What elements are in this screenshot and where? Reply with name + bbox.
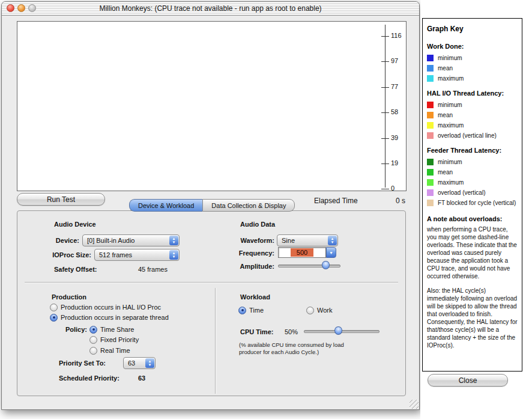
tab-data-collection-display[interactable]: Data Collection & Display xyxy=(202,199,295,212)
legend-item: mean xyxy=(427,111,518,118)
y-axis-tick-label: 19 xyxy=(391,159,407,167)
window-title: Million Monkeys: (CPU trace not availabl… xyxy=(2,4,419,13)
frequency-label: Frequency: xyxy=(226,249,274,257)
waveform-label: Waveform: xyxy=(226,237,274,244)
amplitude-slider[interactable] xyxy=(278,260,340,270)
run-test-button[interactable]: Run Test xyxy=(17,193,105,206)
scheduled-priority-value: 63 xyxy=(138,375,145,382)
y-axis-tick xyxy=(381,36,389,37)
radio-icon xyxy=(306,307,314,314)
radio-policy-time-share[interactable]: Time Share xyxy=(89,325,134,334)
legend-item: maximum xyxy=(427,75,518,82)
device-popup[interactable]: [0] Built-in Audio ▲▼ xyxy=(82,234,180,246)
device-workload-pane: Audio Device Device: [0] Built-in Audio … xyxy=(17,210,406,396)
y-axis-tick-label: 97 xyxy=(391,57,407,64)
radio-icon xyxy=(89,336,97,344)
graph-key-box: Graph Key Work Done: minimum mean maximu… xyxy=(422,18,522,372)
radio-production-hal-ioproc[interactable]: Production occurs in HAL I/O Proc xyxy=(50,303,161,311)
legend-swatch xyxy=(427,102,434,108)
legend-item: overload (vertical line) xyxy=(427,132,518,139)
legend-item: minimum xyxy=(427,158,518,165)
device-label: Device: xyxy=(31,237,79,244)
legend-swatch xyxy=(427,122,434,129)
radio-selected-icon xyxy=(89,326,97,334)
resize-grip[interactable] xyxy=(410,400,419,409)
radio-policy-fixed-priority[interactable]: Fixed Priority xyxy=(89,335,139,344)
legend-swatch xyxy=(427,75,434,82)
policy-label: Policy: xyxy=(39,326,87,333)
legend-item: maximum xyxy=(427,121,518,129)
y-axis-tick-label: 58 xyxy=(391,108,407,115)
legend-swatch xyxy=(427,189,434,196)
legend-swatch xyxy=(427,65,434,72)
close-button[interactable]: Close xyxy=(428,374,508,387)
cpu-time-caption: (% available CPU time consumed by load p… xyxy=(239,341,362,356)
scheduled-priority-label: Scheduled Priority: xyxy=(59,375,119,382)
frequency-dropdown-button[interactable]: ▼ xyxy=(326,247,336,258)
radio-production-separate-thread[interactable]: Production occurs in separate thread xyxy=(50,313,169,322)
legend-swatch xyxy=(427,169,434,176)
overloads-note-paragraph: when performing a CPU trace, you may get… xyxy=(427,225,518,280)
cpu-time-label: CPU Time: xyxy=(240,328,273,335)
y-axis-tick xyxy=(381,164,389,164)
section-divider xyxy=(25,282,398,283)
ioproc-size-popup[interactable]: 512 frames ▲▼ xyxy=(94,249,180,261)
chevron-down-icon: ▼ xyxy=(329,251,333,255)
cpu-time-slider-thumb[interactable] xyxy=(334,326,342,335)
y-axis-tick-label: 116 xyxy=(391,32,407,39)
graph-key-window: Graph Key Work Done: minimum mean maximu… xyxy=(420,0,532,419)
y-axis-tick xyxy=(381,138,389,139)
legend-item: maximum xyxy=(427,179,518,186)
radio-workload-work[interactable]: Work xyxy=(306,306,332,314)
legend-swatch xyxy=(427,200,434,206)
graph-key-title: Graph Key xyxy=(427,25,518,33)
safety-offset-value: 45 frames xyxy=(138,266,168,273)
y-axis-tick xyxy=(381,61,389,62)
workload-title: Workload xyxy=(240,293,270,301)
radio-policy-real-time[interactable]: Real Time xyxy=(89,346,130,355)
priority-popup[interactable]: 63 ▲▼ xyxy=(123,357,156,369)
legend-item: mean xyxy=(427,64,518,72)
titlebar[interactable]: Million Monkeys: (CPU trace not availabl… xyxy=(2,2,419,16)
y-axis-tick xyxy=(381,87,389,88)
legend-section-title: Work Done: xyxy=(427,43,518,50)
legend-item: overload (vertical) xyxy=(427,189,518,196)
legend-swatch xyxy=(427,112,434,118)
legend-section-title: Feeder Thread Latency: xyxy=(427,147,518,154)
legend-section-title: HAL I/O Thread Latency: xyxy=(427,90,518,97)
amplitude-slider-thumb[interactable] xyxy=(322,261,330,269)
waveform-popup[interactable]: Sine ▲▼ xyxy=(277,234,338,246)
tab-device-workload[interactable]: Device & Workload xyxy=(129,199,202,212)
tab-bar: Device & Workload Data Collection & Disp… xyxy=(129,199,295,212)
frequency-field[interactable]: 500 xyxy=(278,247,326,258)
graph-plot-area: 116 97 77 58 39 19 0 xyxy=(17,21,407,191)
frequency-selected-value: 500 xyxy=(291,248,313,257)
radio-selected-icon xyxy=(50,314,58,322)
y-axis-tick xyxy=(381,189,389,189)
legend-swatch xyxy=(427,132,434,139)
radio-icon xyxy=(89,347,97,355)
legend-item: minimum xyxy=(427,54,518,61)
y-axis-tick xyxy=(381,112,389,113)
legend-swatch xyxy=(427,159,434,165)
elapsed-time-label: Elapsed Time xyxy=(314,197,358,205)
amplitude-label: Amplitude: xyxy=(226,263,274,270)
safety-offset-label: Safety Offset: xyxy=(54,266,97,273)
production-title: Production xyxy=(52,293,86,301)
y-axis-tick-label: 77 xyxy=(391,83,407,90)
cpu-time-slider[interactable] xyxy=(304,326,379,335)
popup-arrows-icon: ▲▼ xyxy=(169,250,178,260)
elapsed-time-value: 0 s xyxy=(362,197,405,205)
popup-arrows-icon: ▲▼ xyxy=(169,236,178,245)
cpu-time-value: 50% xyxy=(285,328,298,335)
radio-icon xyxy=(50,304,58,311)
overloads-note-title: A note about overloads: xyxy=(427,215,518,222)
overloads-note-paragraph: Also: the HAL cycle(s) immediately follo… xyxy=(427,287,518,349)
popup-arrows-icon: ▲▼ xyxy=(145,358,154,368)
radio-selected-icon xyxy=(238,307,246,314)
radio-workload-time[interactable]: Time xyxy=(238,306,264,314)
legend-item: minimum xyxy=(427,101,518,108)
audio-data-title: Audio Data xyxy=(240,221,275,228)
popup-arrows-icon: ▲▼ xyxy=(328,236,337,245)
legend-swatch xyxy=(427,179,434,186)
